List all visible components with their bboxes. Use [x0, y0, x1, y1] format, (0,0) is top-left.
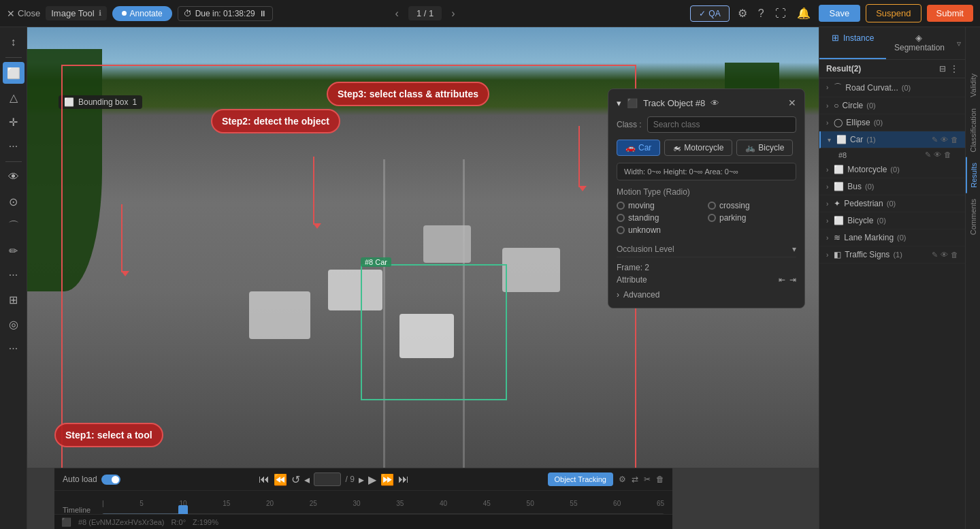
link-icon[interactable]: ⇄ — [632, 475, 638, 484]
canvas-area[interactable]: ⬜ Bounding box 1 #8 Car Step1: select a … — [27, 27, 819, 529]
auto-load-toggle[interactable] — [101, 475, 120, 485]
car-edit-icon[interactable]: ✎ — [932, 135, 938, 144]
next-one-button[interactable]: ▸ — [359, 473, 364, 486]
list-item-pedestrian[interactable]: › ✦ Pedestrian (0) — [819, 195, 965, 212]
next-page-button[interactable]: › — [447, 6, 459, 21]
list-item-lane-marking[interactable]: › ≋ Lane Marking (0) — [819, 229, 965, 246]
polygon-tool[interactable]: △ — [3, 86, 24, 108]
play-button[interactable]: ▶ — [368, 473, 376, 486]
ellipse-count: (0) — [874, 118, 883, 127]
list-item-bicycle[interactable]: › ⬜ Bicycle (0) — [819, 212, 965, 229]
next-frame-button[interactable]: ⏩ — [380, 473, 394, 486]
car-8-delete-icon[interactable]: 🗑 — [944, 150, 951, 159]
motorcycle-class-button[interactable]: 🏍 Motorcycle — [664, 140, 732, 156]
radio-unknown-circle[interactable] — [617, 226, 625, 234]
eye-icon[interactable]: 👁 — [710, 98, 719, 108]
side-tab-comments[interactable]: Comments — [966, 193, 980, 240]
curve-tool[interactable]: ⌒ — [3, 215, 24, 237]
list-item-car[interactable]: ▾ ⬜ Car (1) ✎ 👁 🗑 — [819, 131, 965, 148]
radio-moving-circle[interactable] — [617, 202, 625, 210]
skip-end-button[interactable]: ⏭ — [398, 473, 409, 485]
settings-playback-icon[interactable]: ⚙ — [619, 475, 626, 484]
list-subitem-car-8[interactable]: #8 ✎ 👁 🗑 — [819, 148, 965, 161]
tab-segmentation[interactable]: ◈ Segmentation — [886, 27, 953, 59]
radio-crossing-circle[interactable] — [708, 202, 716, 210]
list-item-road-curvature[interactable]: › ⌒ Road Curvat... (0) — [819, 78, 965, 97]
list-item-traffic-signs[interactable]: › ◧ Traffic Signs (1) ✎ 👁 🗑 — [819, 246, 965, 263]
class-buttons: 🚗 Car 🏍 Motorcycle 🚲 Bicycle — [617, 140, 796, 156]
side-tab-classification[interactable]: Classification — [966, 103, 980, 158]
info-icon[interactable]: ℹ — [99, 9, 101, 18]
frame-number-input[interactable]: 2 — [314, 472, 341, 486]
traffic-edit-icon[interactable]: ✎ — [932, 251, 938, 259]
bus-expand-icon: › — [826, 183, 828, 191]
traffic-eye-icon[interactable]: 👁 — [941, 251, 948, 259]
class-search-input[interactable] — [647, 116, 796, 133]
status-zoom: Z:199% — [193, 518, 218, 526]
trash-icon[interactable]: 🗑 — [656, 475, 664, 484]
toolbar-divider — [5, 57, 22, 58]
bicycle-class-button[interactable]: 🚲 Bicycle — [736, 140, 793, 156]
scissors-icon[interactable]: ✂ — [644, 475, 651, 484]
car-delete-icon[interactable]: 🗑 — [951, 135, 958, 144]
brush-tool[interactable]: ✏ — [3, 240, 24, 261]
list-item-bus[interactable]: › ⬜ Bus (0) — [819, 178, 965, 195]
timeline-mark-20: 20 — [266, 500, 274, 507]
point-tool[interactable]: ✛ — [3, 111, 24, 133]
extra-tools[interactable]: ··· — [3, 338, 24, 359]
attr-next-icon[interactable]: ⇥ — [789, 275, 796, 285]
grid-tool[interactable]: ⊞ — [3, 289, 24, 310]
clock-tool[interactable]: ⊙ — [3, 191, 24, 212]
close-icon: ✕ — [7, 8, 15, 19]
result-add-icon[interactable]: ⋮ — [950, 64, 958, 74]
save-button[interactable]: Save — [819, 5, 861, 22]
eye-tool[interactable]: 👁 — [3, 166, 24, 188]
location-tool[interactable]: ◎ — [3, 313, 24, 335]
car-8-edit-icon[interactable]: ✎ — [925, 150, 931, 159]
bounding-box-tool[interactable]: ⬜ — [3, 62, 24, 84]
annotate-label: Annotate — [130, 9, 163, 18]
result-filter-icon[interactable]: ⊟ — [939, 64, 946, 74]
more-tools-2[interactable]: ··· — [3, 264, 24, 286]
side-tab-results[interactable]: Results — [966, 157, 981, 193]
radio-parking-circle[interactable] — [708, 214, 716, 222]
annotate-button[interactable]: Annotate — [112, 6, 172, 21]
prev-frame-button[interactable]: ⏪ — [274, 473, 287, 486]
traffic-delete-icon[interactable]: 🗑 — [951, 251, 958, 259]
object-tracking-button[interactable]: Object Tracking — [548, 472, 613, 486]
radio-standing-circle[interactable] — [617, 214, 625, 222]
list-item-circle[interactable]: › ○ Circle (0) — [819, 97, 965, 114]
filter-button[interactable]: ▿ — [953, 27, 965, 59]
help-icon[interactable]: ? — [755, 5, 767, 22]
notification-icon[interactable]: 🔔 — [794, 4, 813, 22]
close-button[interactable]: ✕ Close — [7, 8, 40, 19]
advanced-row[interactable]: › Advanced — [617, 290, 796, 300]
side-tab-validity[interactable]: Validity — [966, 68, 980, 103]
submit-button[interactable]: Submit — [927, 5, 973, 22]
motion-title: Motion Type (Radio) — [617, 187, 796, 197]
occlusion-chevron[interactable]: ▾ — [792, 244, 796, 254]
suspend-button[interactable]: Suspend — [866, 4, 921, 22]
list-item-motorcycle[interactable]: › ⬜ Motorcycle (0) — [819, 161, 965, 178]
settings-icon[interactable]: ⚙ — [735, 4, 750, 22]
list-item-ellipse[interactable]: › ◯ Ellipse (0) — [819, 114, 965, 131]
prev-page-button[interactable]: ‹ — [391, 6, 403, 21]
traffic-count: (1) — [893, 251, 902, 259]
pause-icon[interactable]: ⏸ — [259, 9, 267, 18]
tab-instance[interactable]: ⊞ Instance — [819, 27, 886, 59]
fullscreen-icon[interactable]: ⛶ — [772, 5, 789, 22]
car-eye-icon[interactable]: 👁 — [941, 135, 948, 144]
car-class-button[interactable]: 🚗 Car — [617, 140, 660, 156]
more-tools[interactable]: ··· — [3, 135, 24, 157]
attr-prev-icon[interactable]: ⇤ — [779, 275, 785, 285]
prev-one-button[interactable]: ◂ — [304, 473, 310, 486]
result-actions: ⊟ ⋮ — [939, 64, 958, 74]
close-panel-icon[interactable]: ✕ — [788, 97, 796, 108]
skip-start-button[interactable]: ⏮ — [259, 473, 270, 485]
car-8-eye-icon[interactable]: 👁 — [934, 150, 941, 159]
reverse-play-button[interactable]: ↺ — [291, 473, 300, 486]
pan-tool[interactable]: ↕ — [3, 31, 24, 53]
tree-left — [27, 49, 102, 291]
qa-button[interactable]: ✓ QA — [690, 5, 729, 22]
toolbar-divider-2 — [5, 161, 22, 162]
